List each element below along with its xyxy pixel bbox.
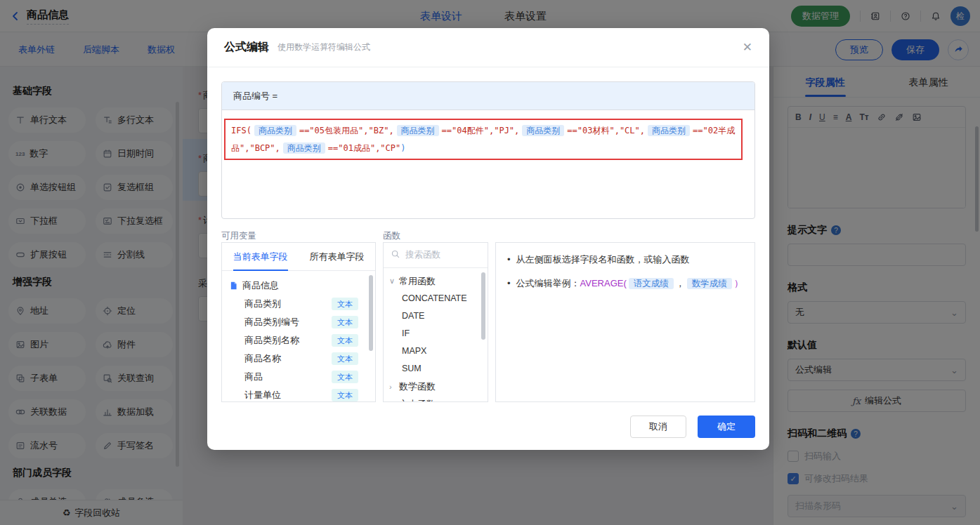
function-group[interactable]: ∨常用函数 <box>389 272 483 290</box>
function-search-input[interactable]: 搜索函数 <box>384 243 488 268</box>
formula-token: =="03材料","CL", <box>567 126 645 135</box>
form-file-icon <box>229 281 238 291</box>
functions-panel: 搜索函数 ∨常用函数CONCATENATEDATEIFMAPXSUM›数学函数›… <box>383 242 488 402</box>
variables-caption: 可用变量 <box>221 230 256 242</box>
functions-caption: 函数 <box>383 230 400 242</box>
cancel-button[interactable]: 取消 <box>630 416 686 438</box>
formula-token: ) <box>400 143 405 153</box>
formula-token: IFS( <box>231 126 251 135</box>
formula-token: =="01成品","CP" <box>328 143 400 153</box>
formula-field-token[interactable]: 商品类别 <box>254 125 296 136</box>
variable-item[interactable]: 计量单位文本 <box>229 386 368 402</box>
formula-field-token[interactable]: 商品类别 <box>397 125 439 136</box>
variables-scrollbar[interactable] <box>369 275 373 351</box>
formula-token: =="04配件","PJ", <box>442 126 520 135</box>
functions-scrollbar[interactable] <box>481 272 485 340</box>
chevron-down-icon: ∨ <box>389 277 396 286</box>
type-badge: 文本 <box>332 316 358 328</box>
function-item[interactable]: CONCATENATE <box>389 290 483 307</box>
confirm-button[interactable]: 确定 <box>698 416 755 438</box>
chevron-right-icon: › <box>389 383 396 391</box>
chevron-right-icon: › <box>389 400 396 403</box>
app-root: 商品信息 表单设计 表单设置 数据管理 检 表单外链后端脚本数据权 预览 保存 … <box>0 0 980 525</box>
function-item[interactable]: IF <box>389 325 483 343</box>
modal-subtitle: 使用数学运算符编辑公式 <box>277 41 370 53</box>
formula-field-token[interactable]: 商品类别 <box>522 125 564 136</box>
function-item[interactable]: MAPX <box>389 343 483 360</box>
variable-item[interactable]: 商品类别名称文本 <box>229 331 368 350</box>
tip-line-2: 公式编辑举例：AVERAGE(语文成绩，数学成绩） <box>516 277 743 291</box>
formula-target: 商品编号 = <box>222 82 754 110</box>
variable-item[interactable]: 商品文本 <box>229 368 368 386</box>
function-group[interactable]: ›文本函数 <box>389 395 483 402</box>
close-icon[interactable]: ✕ <box>743 40 752 55</box>
function-group[interactable]: ›数学函数 <box>389 378 483 395</box>
tab-current-form-fields[interactable]: 当前表单字段 <box>222 243 299 270</box>
type-badge: 文本 <box>332 371 358 383</box>
type-badge: 文本 <box>332 389 358 401</box>
variables-panel: 当前表单字段 所有表单字段 商品信息商品类别文本商品类别编号文本商品类别名称文本… <box>221 242 376 402</box>
formula-editor-modal: 公式编辑 使用数学运算符编辑公式 ✕ 商品编号 = IFS(商品类别=="05包… <box>207 28 769 450</box>
type-badge: 文本 <box>332 352 358 365</box>
type-badge: 文本 <box>332 334 358 347</box>
formula-input-area[interactable]: IFS(商品类别=="05包装用品","BZ",商品类别=="04配件","PJ… <box>222 110 754 219</box>
search-icon <box>391 249 400 261</box>
variable-item[interactable]: 商品类别文本 <box>229 295 368 313</box>
type-badge: 文本 <box>332 298 358 310</box>
tip-line-1: 从左侧面板选择字段名和函数，或输入函数 <box>516 253 690 267</box>
function-item[interactable]: SUM <box>389 360 483 378</box>
formula-tips-panel: • 从左侧面板选择字段名和函数，或输入函数 • 公式编辑举例：AVERAGE(语… <box>495 242 755 402</box>
formula-field-token[interactable]: 商品类别 <box>283 142 325 154</box>
formula-expression[interactable]: IFS(商品类别=="05包装用品","BZ",商品类别=="04配件","PJ… <box>224 119 743 160</box>
formula-editor-box: 商品编号 = IFS(商品类别=="05包装用品","BZ",商品类别=="04… <box>221 81 755 219</box>
example-field-pill: 语文成绩 <box>629 278 674 289</box>
modal-title: 公式编辑 <box>224 40 269 55</box>
variable-item[interactable]: 商品名称文本 <box>229 350 368 368</box>
variable-item[interactable]: 商品类别编号文本 <box>229 313 368 331</box>
formula-token: =="05包装用品","BZ", <box>299 126 394 135</box>
variables-root[interactable]: 商品信息 <box>229 277 368 295</box>
function-item[interactable]: DATE <box>389 307 483 325</box>
example-field-pill: 数学成绩 <box>687 278 732 289</box>
tab-all-form-fields[interactable]: 所有表单字段 <box>299 243 375 270</box>
example-function: AVERAGE( <box>580 278 627 288</box>
formula-field-token[interactable]: 商品类别 <box>648 125 690 136</box>
